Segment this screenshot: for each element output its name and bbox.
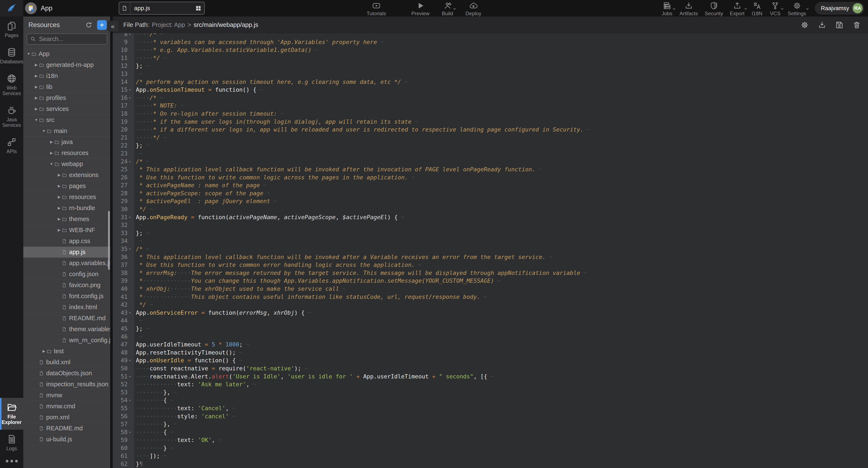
- brand-logo[interactable]: [0, 0, 23, 16]
- tree-item-pom.xml[interactable]: pom.xml: [23, 412, 110, 423]
- fold-gutter[interactable]: ▾: [128, 309, 134, 317]
- download-file-button[interactable]: [818, 21, 826, 29]
- fold-gutter[interactable]: ▾: [128, 396, 134, 404]
- split-view-icon[interactable]: [195, 5, 204, 11]
- toolbar-vcs-button[interactable]: VCS: [770, 1, 781, 16]
- fold-gutter: [128, 70, 134, 78]
- tree-item-rn-bundle[interactable]: ▶rn-bundle: [23, 202, 110, 213]
- tree-item-app.css[interactable]: app.css: [23, 235, 110, 246]
- toolbar-artifacts-button[interactable]: Artifacts: [680, 1, 698, 16]
- tree-item-resources[interactable]: ▶resources: [23, 147, 110, 158]
- sidebar-item-logs[interactable]: Logs: [0, 430, 23, 456]
- tree-item-webapp[interactable]: ▼webapp: [23, 158, 110, 169]
- delete-file-button[interactable]: [853, 21, 861, 29]
- collapse-panel-button[interactable]: «: [107, 21, 118, 32]
- tree-item-mvnw.cmd[interactable]: mvnw.cmd: [23, 401, 110, 412]
- tree-item-resources[interactable]: ▶resources: [23, 192, 110, 202]
- fold-gutter[interactable]: ▾: [128, 357, 134, 364]
- user-menu[interactable]: Raajvamsy RA: [815, 2, 864, 14]
- tree-item-label: index.html: [69, 304, 97, 311]
- tree-item-README.md[interactable]: README.md: [23, 423, 110, 434]
- fold-gutter[interactable]: ▾: [128, 213, 134, 221]
- code-line-55: 55············text: 'Cancel',: [113, 404, 868, 412]
- sidebar-item-apis[interactable]: APIs: [0, 133, 23, 159]
- save-file-button[interactable]: [835, 21, 843, 29]
- tree-item-services[interactable]: ▶services: [23, 103, 110, 114]
- tree-item-WEB-INF[interactable]: ▶WEB-INF: [23, 225, 110, 235]
- tree-item-README.md[interactable]: README.md: [23, 312, 110, 324]
- tree-item-app.js[interactable]: app.js: [23, 246, 110, 258]
- tree-item-extensions[interactable]: ▶extensions: [23, 169, 110, 180]
- toolbar-security-button[interactable]: Security: [705, 1, 723, 16]
- tree-item-pages[interactable]: ▶pages: [23, 180, 110, 192]
- fold-gutter[interactable]: ▾: [128, 158, 134, 166]
- fold-marker-icon: ▾: [129, 213, 131, 222]
- sidebar-item-databases[interactable]: Databases: [0, 43, 23, 69]
- line-number: 30: [113, 205, 128, 213]
- fold-gutter[interactable]: ▾: [128, 94, 134, 102]
- fold-gutter[interactable]: ▾: [128, 86, 134, 94]
- tree-item-label: app.css: [69, 238, 90, 244]
- project-switcher[interactable]: App: [25, 0, 110, 16]
- line-number: 59: [113, 436, 128, 444]
- toolbar-preview-button[interactable]: Preview: [411, 1, 429, 16]
- sidebar-item-java-services[interactable]: JavaServices: [0, 101, 23, 133]
- tree-item-config.json[interactable]: config.json: [23, 269, 110, 279]
- fold-gutter[interactable]: ▾: [128, 372, 134, 380]
- tree-item-build.xml[interactable]: build.xml: [23, 357, 110, 368]
- tree-item-theme.variables.less[interactable]: theme.variables.less: [23, 324, 110, 335]
- tree-item-generated-rn-app[interactable]: ▶generated-rn-app: [23, 59, 110, 70]
- tree-item-test[interactable]: ▶test: [23, 345, 110, 357]
- tree-item-dataObjects.json[interactable]: dataObjects.json: [23, 368, 110, 379]
- tree-item-src[interactable]: ▼src: [23, 114, 110, 125]
- tree-item-inspection_results.json[interactable]: inspection_results.json: [23, 379, 110, 390]
- editor-settings-button[interactable]: [801, 21, 809, 29]
- toolbar-jobs-button[interactable]: Jobs: [661, 1, 673, 16]
- tree-item-themes[interactable]: ▶themes: [23, 213, 110, 225]
- tree-item-label: font.config.js: [69, 293, 104, 300]
- tree-chevron-icon: ▶: [56, 217, 62, 221]
- fold-gutter[interactable]: ▾: [128, 245, 134, 253]
- folder-icon: [62, 173, 69, 178]
- tree-item-app.variables.js[interactable]: app.variables.js: [23, 258, 110, 269]
- add-resource-button[interactable]: [97, 20, 107, 30]
- sidebar-item-file-explorer[interactable]: FileExplorer: [0, 398, 23, 430]
- tab-app-js[interactable]: app.js: [119, 2, 205, 14]
- resource-search[interactable]: [27, 33, 107, 44]
- fold-gutter: [128, 165, 134, 173]
- tree-item-lib[interactable]: ▶lib: [23, 81, 110, 92]
- tree-scrollbar[interactable]: [108, 211, 110, 270]
- sidebar-item-pages[interactable]: Pages: [0, 16, 23, 43]
- toolbar-export-button[interactable]: Export: [730, 1, 744, 16]
- tree-item-profiles[interactable]: ▶profiles: [23, 92, 110, 103]
- user-avatar: RA: [852, 3, 863, 13]
- export-icon: [733, 1, 742, 10]
- tree-item-App[interactable]: ▼App: [23, 48, 110, 59]
- more-options-icon[interactable]: [0, 456, 23, 468]
- code-line-10: 10·····* e.g. App.Variables.staticVariab…: [113, 46, 868, 54]
- tree-item-i18n[interactable]: ▶i18n: [23, 70, 110, 81]
- line-number: 34: [113, 237, 128, 245]
- tree-item-index.html[interactable]: index.html: [23, 302, 110, 312]
- fold-gutter: [128, 325, 134, 333]
- code-line-62: 62}¶: [113, 460, 868, 468]
- refresh-icon[interactable]: [85, 22, 92, 29]
- tree-item-wm_rn_config.js[interactable]: wm_rn_config.js: [23, 335, 110, 345]
- tree-item-favicon.png[interactable]: favicon.png: [23, 279, 110, 291]
- toolbar-deploy-button[interactable]: Deploy: [466, 1, 482, 16]
- tree-item-java[interactable]: ▶java: [23, 136, 110, 147]
- toolbar-i18n-button[interactable]: I18N: [751, 1, 763, 16]
- tree-item-font.config.js[interactable]: font.config.js: [23, 291, 110, 302]
- fold-gutter[interactable]: ▾: [128, 428, 134, 436]
- tree-item-ui-build.js[interactable]: ui-build.js: [23, 434, 110, 445]
- toolbar-tutorials-button[interactable]: Tutorials: [367, 1, 386, 16]
- fold-gutter[interactable]: ▾: [128, 33, 134, 38]
- toolbar-build-button[interactable]: Build: [442, 1, 453, 16]
- code-area[interactable]: 8▾····/*9·····* variables can be accesse…: [113, 33, 868, 468]
- left-rail: PagesDatabasesWebServicesJavaServicesAPI…: [0, 16, 23, 468]
- tree-item-main[interactable]: ▼main: [23, 125, 110, 136]
- search-input[interactable]: [38, 35, 104, 43]
- toolbar-settings-button[interactable]: Settings: [788, 1, 806, 16]
- sidebar-item-web-services[interactable]: WebServices: [0, 69, 23, 101]
- tree-item-mvnw[interactable]: mvnw: [23, 390, 110, 401]
